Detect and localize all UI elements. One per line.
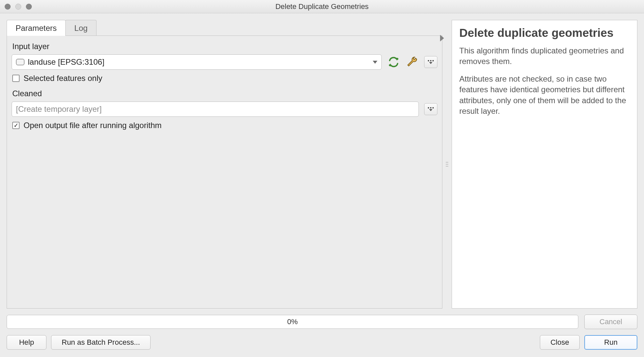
- help-collapse-icon[interactable]: [440, 35, 444, 41]
- cancel-button[interactable]: Cancel: [584, 315, 637, 329]
- close-window-button[interactable]: [5, 4, 11, 10]
- input-layer-browse-button[interactable]: [424, 56, 437, 68]
- ellipsis-icon: [428, 107, 434, 108]
- splitter-handle[interactable]: [446, 158, 448, 171]
- tab-bar: Parameters Log: [7, 20, 442, 36]
- open-output-checkbox[interactable]: [12, 122, 20, 129]
- advanced-options-button[interactable]: [406, 55, 419, 69]
- titlebar: Delete Duplicate Geometries: [0, 0, 644, 13]
- input-layer-label: Input layer: [12, 42, 437, 51]
- close-button[interactable]: Close: [540, 335, 580, 350]
- open-output-label: Open output file after running algorithm: [24, 121, 161, 130]
- tab-log[interactable]: Log: [65, 20, 97, 36]
- help-paragraph-2: Attributes are not checked, so in case t…: [459, 74, 630, 117]
- window-title: Delete Duplicate Geometries: [0, 2, 644, 11]
- run-batch-button[interactable]: Run as Batch Process...: [51, 335, 151, 350]
- chevron-down-icon: [429, 109, 432, 111]
- chevron-down-icon: [429, 62, 432, 64]
- run-button[interactable]: Run: [584, 335, 637, 350]
- cleaned-output-input[interactable]: [Create temporary layer]: [12, 102, 419, 117]
- help-title: Delete duplicate geometries: [459, 26, 630, 39]
- progress-bar: 0%: [7, 315, 578, 329]
- help-paragraph-1: This algorithm finds duplicated geometri…: [459, 45, 630, 67]
- selected-features-only-checkbox[interactable]: [12, 75, 20, 82]
- iterate-features-button[interactable]: [387, 55, 400, 69]
- tab-parameters[interactable]: Parameters: [7, 20, 66, 36]
- help-panel: Delete duplicate geometries This algorit…: [452, 20, 637, 309]
- help-button[interactable]: Help: [7, 335, 46, 350]
- selected-features-only-label: Selected features only: [24, 74, 102, 83]
- minimize-window-button[interactable]: [15, 4, 21, 10]
- zoom-window-button[interactable]: [26, 4, 32, 10]
- cleaned-output-placeholder: [Create temporary layer]: [16, 105, 102, 114]
- input-layer-value: landuse [EPSG:3106]: [28, 57, 104, 67]
- progress-text: 0%: [287, 318, 298, 326]
- input-layer-combo[interactable]: landuse [EPSG:3106]: [12, 54, 382, 70]
- parameters-panel: Input layer landuse [EPSG:3106]: [7, 36, 442, 309]
- chevron-down-icon: [373, 61, 377, 64]
- cleaned-output-browse-button[interactable]: [424, 103, 437, 115]
- window-controls: [5, 4, 32, 10]
- recycle-arrows-icon: [388, 56, 400, 68]
- wrench-icon: [406, 56, 418, 68]
- polygon-layer-icon: [16, 59, 25, 65]
- cleaned-label: Cleaned: [12, 89, 437, 98]
- ellipsis-icon: [428, 60, 434, 61]
